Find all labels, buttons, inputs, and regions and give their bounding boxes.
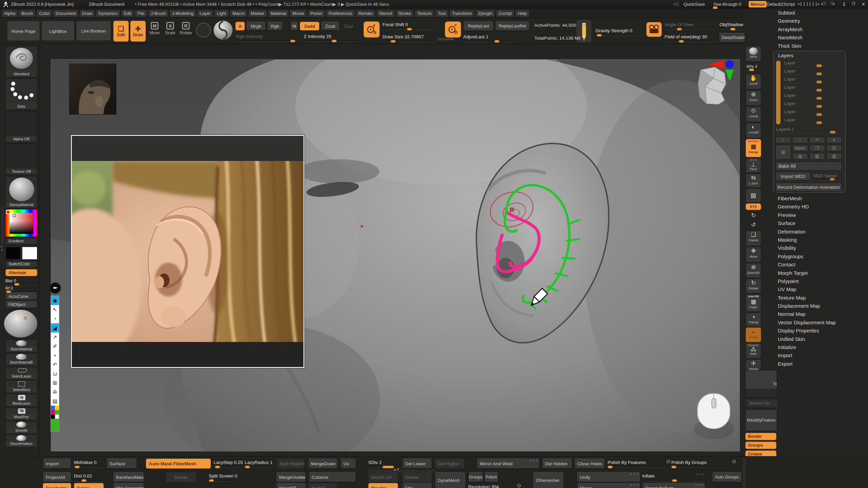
color-toggle-button[interactable]: Color	[74, 483, 104, 488]
lazystep-slider[interactable]: LazyStep 0.25	[214, 459, 241, 468]
menu-item[interactable]: Layer	[197, 9, 214, 17]
accucurve-button[interactable]: AccuCurve	[5, 293, 37, 300]
texture-thumbnail[interactable]: Te	[745, 370, 777, 398]
menu-item[interactable]: Dynamics	[96, 9, 120, 17]
layer-row[interactable]: Layer	[784, 93, 840, 101]
split-screen-slider[interactable]: Split Screen 0	[209, 473, 239, 481]
swatch-black[interactable]	[51, 414, 55, 419]
material-basic[interactable]: BasicMaterial	[5, 340, 37, 352]
field-of-view-slider[interactable]: Field of view(deg) 30	[665, 34, 717, 42]
close-holes-button[interactable]: Close Holes	[574, 459, 605, 469]
colorize-button[interactable]: Colorize	[309, 472, 356, 482]
layer-flatten-button[interactable]: ▥	[826, 153, 842, 160]
menu-item[interactable]: Zscript	[496, 9, 514, 17]
fill-object-button[interactable]: FillObject	[5, 301, 37, 308]
gravity-strength-slider[interactable]: Gravity Strength 0	[595, 27, 642, 36]
layer-duplicate-button[interactable]: ❐	[809, 145, 825, 151]
palette-section[interactable]: Visibility	[745, 244, 868, 252]
color-picker[interactable]	[5, 209, 37, 237]
layer-row[interactable]: Layer	[784, 84, 840, 93]
sv-marker[interactable]	[13, 214, 16, 217]
clipboard-icon[interactable]: ▤	[51, 396, 59, 406]
palette-section[interactable]: Displacement Map	[745, 302, 868, 310]
palette-section[interactable]: UV Map	[745, 285, 868, 293]
menu-item[interactable]: Texture	[414, 9, 434, 17]
groups-button-shelf[interactable]: Groups	[468, 472, 483, 482]
palette-section[interactable]: Subtool	[745, 9, 868, 17]
current-stroke-icon[interactable]	[214, 21, 233, 40]
double-button[interactable]: Double	[368, 483, 398, 488]
replay-last-button[interactable]: ReplayLast	[463, 21, 494, 31]
divider-left-icon[interactable]: ◂❙❙❙	[797, 2, 809, 6]
blur-slider[interactable]: Blur 0	[5, 278, 37, 285]
polish-button[interactable]: Polish	[484, 472, 498, 482]
palette-section[interactable]: Texture Map	[745, 294, 868, 302]
menu-item[interactable]: J-Modeling	[169, 9, 196, 17]
eye-icon[interactable]: ◉	[51, 296, 59, 305]
rgb-intensity-slider[interactable]: Rgb Intensity	[236, 33, 296, 42]
layer-row[interactable]: Layer	[784, 109, 840, 117]
unify-button[interactable]: UnifyX Y Z	[577, 472, 640, 482]
delete-button-2[interactable]: Delete	[402, 472, 432, 482]
menu-item[interactable]: Render	[356, 9, 376, 17]
swatch-magenta[interactable]	[51, 410, 55, 414]
current-alpha-icon[interactable]	[196, 23, 211, 38]
storemt-button[interactable]: StoreMT	[276, 483, 306, 488]
live-boolean-button[interactable]: Live Boolean	[76, 21, 111, 41]
sculpt-brush-icon[interactable]: S	[363, 21, 380, 38]
menu-item[interactable]: Draw	[79, 9, 95, 17]
palette-section[interactable]: Display Properties	[745, 327, 868, 335]
palette-section[interactable]: Initialize	[745, 343, 868, 351]
rotate-button[interactable]: R Rotate	[179, 22, 193, 35]
scroll-button[interactable]: ✋Scroll	[746, 74, 761, 89]
bake-all-button[interactable]: Bake All	[775, 162, 842, 170]
del-higher-button[interactable]: Del Higher	[435, 459, 465, 469]
del-hidden-button[interactable]: Del Hidden	[542, 459, 572, 469]
auto-groups-button[interactable]: Auto Groups	[712, 472, 742, 482]
menu-item[interactable]: Picker	[308, 9, 325, 17]
mask-lasso[interactable]: MaskLasso	[5, 394, 37, 407]
palette-section[interactable]: Masking	[745, 236, 868, 244]
palette-section[interactable]: Unified Skin	[745, 335, 868, 343]
menu-item[interactable]: Alpha	[1, 9, 18, 17]
del-lower-button[interactable]: Del Lower	[402, 459, 432, 469]
restore-button[interactable]: ❐	[852, 2, 855, 6]
menu-item[interactable]: Macro	[230, 9, 247, 17]
shelf-collapse-arrows[interactable]: ▲▼	[393, 468, 399, 471]
angle-of-view-slider[interactable]: Angle Of View	[665, 21, 715, 30]
palette-section[interactable]: FiberMesh	[745, 195, 868, 203]
palette-section[interactable]: Preview	[745, 211, 868, 219]
morph-uv-button[interactable]: Morph UV	[368, 472, 398, 482]
dynamesh-button[interactable]: DynaMesh	[435, 472, 466, 488]
palette-section[interactable]: Import	[745, 351, 868, 360]
close-button[interactable]: ✕	[862, 2, 865, 7]
min-connected-button[interactable]: Min Connected P	[113, 483, 144, 488]
dot-tool-icon[interactable]: ●	[51, 351, 59, 360]
menu-item[interactable]: Brush	[19, 9, 36, 17]
mask-by-feature-button[interactable]: MaskByFeature	[745, 409, 777, 431]
arrow-tool-icon[interactable]: ↗	[51, 332, 59, 342]
backfacemask-button[interactable]: BackfaceMask	[113, 472, 144, 482]
delmt-button[interactable]: DelMT	[309, 483, 337, 488]
see-through-track[interactable]	[712, 7, 747, 8]
smart-resym-button[interactable]: Smart ReSymX Y Z	[642, 483, 705, 488]
layer-split-button[interactable]: ▧	[809, 153, 825, 160]
swatch-blue[interactable]	[51, 406, 55, 410]
spix-slider[interactable]: SPix 3	[746, 63, 761, 70]
lightbox-button[interactable]: LightBox	[41, 21, 75, 41]
menu-item[interactable]: Zplugin	[475, 9, 495, 17]
draw-button[interactable]: ✚ Draw	[130, 21, 146, 42]
layer-down-button[interactable]: ↓	[792, 137, 808, 143]
palette-section[interactable]: Normal Map	[745, 310, 868, 318]
persp-button[interactable]: Dynamic ▦Persp	[746, 139, 761, 157]
zsub-button[interactable]: Zsub	[321, 22, 340, 30]
active-color-block[interactable]	[51, 419, 59, 431]
layer-delete-button[interactable]: ☒	[826, 145, 842, 151]
viewport-canvas[interactable]: ✒ ◉ ↖ ◔ ◪ ↗ ✐ ● ↶ ⊔ ⊞ ✇ ▤	[40, 44, 745, 456]
m-button[interactable]: M	[290, 22, 298, 30]
palette-section[interactable]: Geometry HD	[745, 203, 868, 211]
swatch-yellow[interactable]	[55, 406, 59, 410]
aahalf-button[interactable]: ◐AAHalf	[746, 123, 761, 138]
edit-button[interactable]: ❏ Edit	[113, 21, 129, 42]
palette-section[interactable]: Polygroups	[745, 252, 868, 261]
